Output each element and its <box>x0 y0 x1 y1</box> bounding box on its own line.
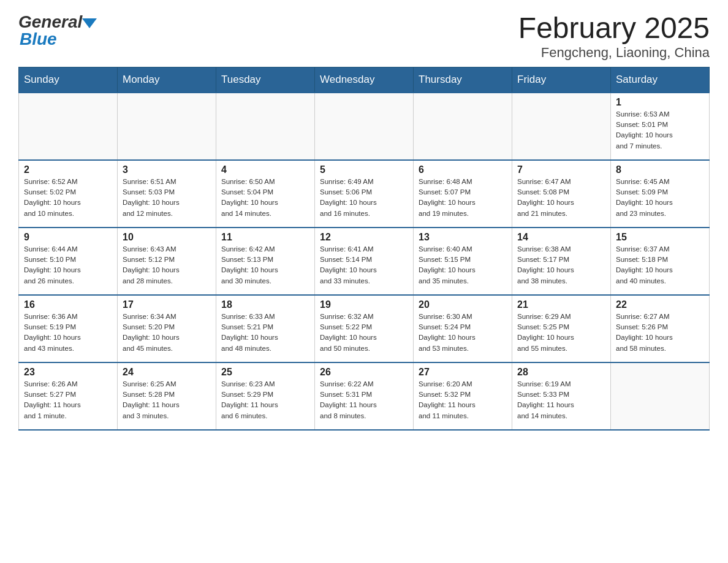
day-info: Sunrise: 6:52 AMSunset: 5:02 PMDaylight:… <box>24 177 112 219</box>
day-number: 28 <box>517 367 605 378</box>
day-info: Sunrise: 6:41 AMSunset: 5:14 PMDaylight:… <box>320 244 408 286</box>
day-info: Sunrise: 6:51 AMSunset: 5:03 PMDaylight:… <box>123 177 211 219</box>
calendar-title-area: February 2025 Fengcheng, Liaoning, China <box>518 12 710 61</box>
table-row: 1Sunrise: 6:53 AMSunset: 5:01 PMDaylight… <box>611 93 710 160</box>
day-number: 3 <box>123 164 211 175</box>
day-number: 4 <box>221 164 309 175</box>
day-number: 15 <box>616 232 704 243</box>
table-row: 17Sunrise: 6:34 AMSunset: 5:20 PMDayligh… <box>118 295 216 362</box>
table-row: 4Sunrise: 6:50 AMSunset: 5:04 PMDaylight… <box>216 160 315 228</box>
day-info: Sunrise: 6:43 AMSunset: 5:12 PMDaylight:… <box>123 244 211 286</box>
table-row: 5Sunrise: 6:49 AMSunset: 5:06 PMDaylight… <box>315 160 414 228</box>
day-info: Sunrise: 6:34 AMSunset: 5:20 PMDaylight:… <box>123 312 211 354</box>
table-row: 14Sunrise: 6:38 AMSunset: 5:17 PMDayligh… <box>512 228 611 295</box>
day-info: Sunrise: 6:47 AMSunset: 5:08 PMDaylight:… <box>517 177 605 219</box>
day-number: 5 <box>320 164 408 175</box>
table-row: 27Sunrise: 6:20 AMSunset: 5:32 PMDayligh… <box>414 362 512 430</box>
day-info: Sunrise: 6:25 AMSunset: 5:28 PMDaylight:… <box>123 379 211 421</box>
day-number: 10 <box>123 232 211 243</box>
day-info: Sunrise: 6:22 AMSunset: 5:31 PMDaylight:… <box>320 379 408 421</box>
table-row: 2Sunrise: 6:52 AMSunset: 5:02 PMDaylight… <box>19 160 118 228</box>
header-saturday: Saturday <box>611 67 710 93</box>
calendar-location: Fengcheng, Liaoning, China <box>518 45 710 61</box>
header-monday: Monday <box>118 67 216 93</box>
day-number: 6 <box>419 164 507 175</box>
day-info: Sunrise: 6:23 AMSunset: 5:29 PMDaylight:… <box>221 379 309 421</box>
table-row: 13Sunrise: 6:40 AMSunset: 5:15 PMDayligh… <box>414 228 512 295</box>
day-number: 9 <box>24 232 112 243</box>
day-info: Sunrise: 6:38 AMSunset: 5:17 PMDaylight:… <box>517 244 605 286</box>
table-row: 15Sunrise: 6:37 AMSunset: 5:18 PMDayligh… <box>611 228 710 295</box>
day-number: 27 <box>419 367 507 378</box>
header-tuesday: Tuesday <box>216 67 315 93</box>
day-info: Sunrise: 6:29 AMSunset: 5:25 PMDaylight:… <box>517 312 605 354</box>
table-row <box>216 93 315 160</box>
table-row: 9Sunrise: 6:44 AMSunset: 5:10 PMDaylight… <box>19 228 118 295</box>
day-number: 18 <box>221 299 309 310</box>
day-number: 26 <box>320 367 408 378</box>
day-info: Sunrise: 6:37 AMSunset: 5:18 PMDaylight:… <box>616 244 704 286</box>
day-info: Sunrise: 6:20 AMSunset: 5:32 PMDaylight:… <box>419 379 507 421</box>
day-number: 17 <box>123 299 211 310</box>
day-info: Sunrise: 6:36 AMSunset: 5:19 PMDaylight:… <box>24 312 112 354</box>
day-number: 7 <box>517 164 605 175</box>
day-info: Sunrise: 6:48 AMSunset: 5:07 PMDaylight:… <box>419 177 507 219</box>
header-friday: Friday <box>512 67 611 93</box>
day-number: 22 <box>616 299 704 310</box>
table-row: 24Sunrise: 6:25 AMSunset: 5:28 PMDayligh… <box>118 362 216 430</box>
table-row: 16Sunrise: 6:36 AMSunset: 5:19 PMDayligh… <box>19 295 118 362</box>
weekday-header-row: Sunday Monday Tuesday Wednesday Thursday… <box>19 67 710 93</box>
table-row: 19Sunrise: 6:32 AMSunset: 5:22 PMDayligh… <box>315 295 414 362</box>
calendar-month-year: February 2025 <box>518 12 710 45</box>
header-wednesday: Wednesday <box>315 67 414 93</box>
day-number: 21 <box>517 299 605 310</box>
table-row: 28Sunrise: 6:19 AMSunset: 5:33 PMDayligh… <box>512 362 611 430</box>
table-row: 25Sunrise: 6:23 AMSunset: 5:29 PMDayligh… <box>216 362 315 430</box>
calendar-week-row: 23Sunrise: 6:26 AMSunset: 5:27 PMDayligh… <box>19 362 710 430</box>
calendar-week-row: 1Sunrise: 6:53 AMSunset: 5:01 PMDaylight… <box>19 93 710 160</box>
table-row: 22Sunrise: 6:27 AMSunset: 5:26 PMDayligh… <box>611 295 710 362</box>
table-row: 23Sunrise: 6:26 AMSunset: 5:27 PMDayligh… <box>19 362 118 430</box>
table-row: 18Sunrise: 6:33 AMSunset: 5:21 PMDayligh… <box>216 295 315 362</box>
day-info: Sunrise: 6:53 AMSunset: 5:01 PMDaylight:… <box>616 109 704 151</box>
calendar-week-row: 2Sunrise: 6:52 AMSunset: 5:02 PMDaylight… <box>19 160 710 228</box>
day-number: 2 <box>24 164 112 175</box>
day-number: 23 <box>24 367 112 378</box>
table-row <box>512 93 611 160</box>
day-info: Sunrise: 6:45 AMSunset: 5:09 PMDaylight:… <box>616 177 704 219</box>
day-number: 11 <box>221 232 309 243</box>
day-number: 25 <box>221 367 309 378</box>
table-row: 11Sunrise: 6:42 AMSunset: 5:13 PMDayligh… <box>216 228 315 295</box>
table-row: 12Sunrise: 6:41 AMSunset: 5:14 PMDayligh… <box>315 228 414 295</box>
day-info: Sunrise: 6:30 AMSunset: 5:24 PMDaylight:… <box>419 312 507 354</box>
calendar-table: Sunday Monday Tuesday Wednesday Thursday… <box>18 67 710 431</box>
day-info: Sunrise: 6:27 AMSunset: 5:26 PMDaylight:… <box>616 312 704 354</box>
day-number: 16 <box>24 299 112 310</box>
table-row: 10Sunrise: 6:43 AMSunset: 5:12 PMDayligh… <box>118 228 216 295</box>
day-number: 1 <box>616 97 704 108</box>
table-row <box>414 93 512 160</box>
day-number: 19 <box>320 299 408 310</box>
day-number: 20 <box>419 299 507 310</box>
table-row: 8Sunrise: 6:45 AMSunset: 5:09 PMDaylight… <box>611 160 710 228</box>
day-info: Sunrise: 6:32 AMSunset: 5:22 PMDaylight:… <box>320 312 408 354</box>
day-info: Sunrise: 6:19 AMSunset: 5:33 PMDaylight:… <box>517 379 605 421</box>
header-thursday: Thursday <box>414 67 512 93</box>
day-info: Sunrise: 6:44 AMSunset: 5:10 PMDaylight:… <box>24 244 112 286</box>
day-info: Sunrise: 6:40 AMSunset: 5:15 PMDaylight:… <box>419 244 507 286</box>
logo-blue-text: Blue <box>20 29 57 48</box>
table-row: 20Sunrise: 6:30 AMSunset: 5:24 PMDayligh… <box>414 295 512 362</box>
logo-arrow-icon <box>82 18 97 28</box>
day-info: Sunrise: 6:50 AMSunset: 5:04 PMDaylight:… <box>221 177 309 219</box>
day-info: Sunrise: 6:49 AMSunset: 5:06 PMDaylight:… <box>320 177 408 219</box>
day-number: 14 <box>517 232 605 243</box>
day-number: 24 <box>123 367 211 378</box>
table-row <box>611 362 710 430</box>
day-number: 8 <box>616 164 704 175</box>
calendar-week-row: 9Sunrise: 6:44 AMSunset: 5:10 PMDaylight… <box>19 228 710 295</box>
table-row: 3Sunrise: 6:51 AMSunset: 5:03 PMDaylight… <box>118 160 216 228</box>
day-number: 13 <box>419 232 507 243</box>
day-info: Sunrise: 6:42 AMSunset: 5:13 PMDaylight:… <box>221 244 309 286</box>
table-row: 26Sunrise: 6:22 AMSunset: 5:31 PMDayligh… <box>315 362 414 430</box>
calendar-week-row: 16Sunrise: 6:36 AMSunset: 5:19 PMDayligh… <box>19 295 710 362</box>
